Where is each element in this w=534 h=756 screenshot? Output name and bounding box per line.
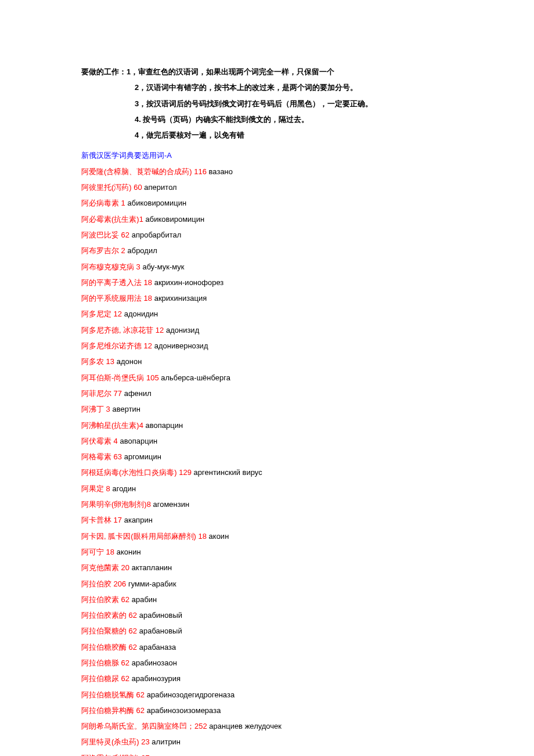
- dictionary-entry: 阿的平离子透入法 18 акрихин-ионофорез: [81, 275, 453, 290]
- chinese-term: 阿拉伯糖异构酶 62: [81, 706, 147, 715]
- russian-term: арабинозодегидрогеназа: [147, 690, 234, 699]
- dictionary-entry: 阿拉伯糖胶酶 62 арабаназа: [81, 639, 453, 655]
- dictionary-entry: 阿卡因, 胍卡因(眼科用局部麻醉剂) 18 акоин: [81, 528, 453, 544]
- russian-term: афенил: [124, 389, 151, 398]
- chinese-term: 阿的平系统服用法 18: [81, 294, 154, 303]
- russian-term: арабиновый: [139, 611, 182, 620]
- dictionary-entry: 阿菲尼尔 77 афенил: [81, 386, 453, 401]
- russian-term: арабановый: [139, 627, 182, 635]
- dictionary-entry: 阿多尼定 12 адонидин: [81, 306, 453, 322]
- chinese-term: 阿布罗吉尔 2: [81, 246, 127, 255]
- russian-term: аллохол: [151, 754, 181, 756]
- russian-term: апробарбитал: [132, 231, 182, 239]
- russian-term: авопарцин: [120, 437, 157, 445]
- dictionary-entry: 阿伏霉素 4 авопарцин: [81, 433, 453, 449]
- instruction-line-5: 4，做完后要核对一遍，以免有错: [81, 127, 453, 143]
- dictionary-entry: 阿里特灵(杀虫药) 23 алитрин: [81, 734, 453, 750]
- dictionary-entry: 阿可宁 18 аконин: [81, 544, 453, 560]
- dictionary-entry: 阿波巴比妥 62 апробарбитал: [81, 227, 453, 243]
- dictionary-entry: 阿多尼维尔诺齐德 12 адонивернозид: [81, 338, 453, 354]
- chinese-term: 阿洛霍尔(利胆剂) 27: [81, 754, 151, 756]
- russian-term: алитрин: [151, 737, 181, 746]
- chinese-term: 阿里特灵(杀虫药) 23: [81, 737, 151, 746]
- instruction-line-4: 4. 按号码（页码）内确实不能找到俄文的，隔过去。: [81, 111, 453, 127]
- chinese-term: 阿拉伯糖胶酶 62: [81, 643, 139, 651]
- dictionary-entry: 阿拉伯糖尿 62 арабинозурия: [81, 671, 453, 686]
- russian-term: акоин: [209, 532, 229, 541]
- dictionary-entry: 阿朗希乌斯氏室。第四脑室终凹；252 аранциев желудочек: [81, 718, 453, 734]
- dictionary-entry: 阿爱隆(含樟脑、莨菪碱的合成药) 116 вазано: [81, 164, 453, 179]
- dictionary-title: 新俄汉医学词典要选用词-A: [81, 147, 453, 163]
- dictionary-entry: 阿拉伯糖异构酶 62 арабинозоизомераза: [81, 703, 453, 718]
- chinese-term: 阿拉伯糖脱氢酶 62: [81, 690, 147, 699]
- russian-term: альберса-шёнберга: [161, 373, 230, 382]
- dictionary-entry: 阿拉伯胶素 62 арабин: [81, 592, 453, 607]
- russian-term: акрихин-ионофорез: [154, 278, 224, 287]
- chinese-term: 阿拉伯胶素的 62: [81, 611, 139, 620]
- dictionary-entry: 阿拉伯胶素的 62 арабиновый: [81, 607, 453, 623]
- chinese-term: 阿爱隆(含樟脑、莨菪碱的合成药) 116: [81, 167, 209, 176]
- dictionary-entry: 阿沸帕星(抗生素)4 авопарцин: [81, 417, 453, 433]
- russian-term: адонон: [117, 357, 142, 366]
- chinese-term: 阿克他菌素 20: [81, 563, 132, 572]
- russian-term: акаприн: [124, 516, 153, 524]
- instructions: 要做的工作：1，审查红色的汉语词，如果出现两个词完全一样，只保留一个 2，汉语词…: [81, 64, 453, 143]
- dictionary-entry: 阿果定 8 агодин: [81, 481, 453, 496]
- russian-term: аргентинский вирус: [194, 468, 262, 477]
- russian-term: аранциев желудочек: [209, 722, 282, 730]
- russian-term: арабин: [132, 595, 157, 604]
- russian-term: арабинозоизомераза: [147, 706, 221, 715]
- russian-term: арабаназа: [139, 643, 176, 651]
- dictionary-entry: 阿的平系统服用法 18 акрихинизация: [81, 290, 453, 306]
- russian-term: аргомицин: [124, 452, 161, 461]
- russian-term: абиковиромицин: [146, 215, 205, 224]
- russian-term: абродил: [127, 246, 157, 255]
- chinese-term: 阿拉伯糖脎 62: [81, 658, 132, 667]
- russian-term: авертин: [112, 405, 140, 413]
- russian-term: гумми-арабик: [128, 579, 176, 588]
- dictionary-entry: 阿多尼齐德, 冰凉花苷 12 адонизид: [81, 322, 453, 338]
- dictionary-entry: 阿根廷病毒(水泡性口炎病毒) 129 аргентинский вирус: [81, 465, 453, 480]
- russian-term: абу-мук-мук: [142, 262, 184, 271]
- dictionary-entry: 阿克他菌素 20 актапланин: [81, 560, 453, 575]
- russian-term: агомензин: [153, 500, 190, 509]
- chinese-term: 阿拉伯胶 206: [81, 579, 128, 588]
- russian-term: адонизид: [166, 326, 199, 334]
- dictionary-entry: 阿洛霍尔(利胆剂) 27 аллохол: [81, 750, 453, 756]
- dictionary-entry: 阿耳伯斯-尚堡氏病 105 альберса-шёнберга: [81, 370, 453, 386]
- entries-list: 阿爱隆(含樟脑、莨菪碱的合成药) 116 вазано阿彼里托(泻药) 60 а…: [81, 164, 453, 756]
- chinese-term: 阿拉伯糖尿 62: [81, 674, 132, 683]
- chinese-term: 阿拉伯聚糖的 62: [81, 627, 139, 635]
- dictionary-entry: 阿格霉素 63 аргомицин: [81, 449, 453, 465]
- dictionary-entry: 阿沸丁 3 авертин: [81, 401, 453, 417]
- chinese-term: 阿必霉素(抗生素)1: [81, 215, 146, 224]
- instruction-line-2: 2，汉语词中有错字的，按书本上的改过来，是两个词的要加分号。: [81, 80, 453, 95]
- chinese-term: 阿耳伯斯-尚堡氏病 105: [81, 373, 161, 382]
- chinese-term: 阿朗希乌斯氏室。第四脑室终凹；252: [81, 722, 209, 730]
- russian-term: авопарцин: [146, 421, 183, 430]
- russian-term: аперитол: [144, 183, 176, 192]
- dictionary-entry: 阿拉伯糖脱氢酶 62 арабинозодегидрогеназа: [81, 687, 453, 703]
- chinese-term: 阿卡普林 17: [81, 516, 124, 524]
- chinese-term: 阿沸帕星(抗生素)4: [81, 421, 146, 430]
- russian-term: агодин: [112, 484, 136, 493]
- chinese-term: 阿沸丁 3: [81, 405, 112, 413]
- chinese-term: 阿菲尼尔 77: [81, 389, 124, 398]
- chinese-term: 阿拉伯胶素 62: [81, 595, 132, 604]
- russian-term: адонивернозид: [154, 341, 208, 350]
- chinese-term: 阿根廷病毒(水泡性口炎病毒) 129: [81, 468, 194, 477]
- chinese-term: 阿彼里托(泻药) 60: [81, 183, 144, 192]
- chinese-term: 阿可宁 18: [81, 548, 117, 556]
- dictionary-entry: 阿布罗吉尔 2 абродил: [81, 243, 453, 258]
- dictionary-entry: 阿彼里托(泻药) 60 аперитол: [81, 179, 453, 195]
- chinese-term: 阿伏霉素 4: [81, 437, 120, 445]
- dictionary-entry: 阿布穆克穆克病 3 абу-мук-мук: [81, 259, 453, 275]
- chinese-term: 阿多尼齐德, 冰凉花苷 12: [81, 326, 166, 334]
- chinese-term: 阿布穆克穆克病 3: [81, 262, 142, 271]
- instruction-line-3: 3，按汉语词后的号码找到俄文词打在号码后（用黑色），一定要正确。: [81, 96, 453, 111]
- russian-term: адонидин: [124, 309, 158, 318]
- dictionary-entry: 阿多农 13 адонон: [81, 354, 453, 369]
- russian-term: аконин: [117, 548, 141, 556]
- russian-term: акрихинизация: [154, 294, 207, 303]
- dictionary-entry: 阿拉伯胶 206 гумми-арабик: [81, 576, 453, 592]
